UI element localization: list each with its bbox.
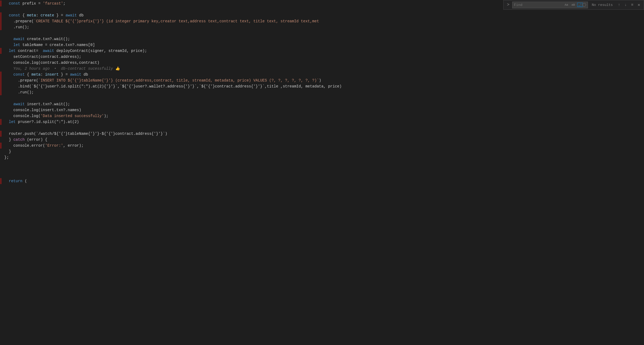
code-line: .prepare(`CREATE TABLE ${'{'}prefix{'}'}… xyxy=(0,18,644,24)
code-line: .run(); xyxy=(0,89,644,95)
code-line: .run(); xyxy=(0,24,644,30)
code-line: router.push(`/watch/${'{'}tableName{'}'}… xyxy=(0,131,644,137)
code-line: let contract= await deployContract(signe… xyxy=(0,48,644,54)
line-content: .run(); xyxy=(2,89,644,95)
code-line: You, 2 hours ago • db-contract sucessful… xyxy=(0,66,644,72)
line-content: router.push(`/watch/${'{'}tableName{'}'}… xyxy=(2,131,644,137)
line-content: return ( xyxy=(2,178,644,184)
code-line: return ( xyxy=(0,178,644,184)
code-area: > Aa aB .* ⃝ No results ↑ ↓ ≡ ✕ const pr… xyxy=(0,0,644,345)
code-line: console.log(contract.address,contract) xyxy=(0,60,644,66)
code-line: .bind(`${'{'}user?.id.split(":").at(2){'… xyxy=(0,83,644,89)
line-content: console.error('Error:', error); xyxy=(2,143,644,149)
line-content: let contract= await deployContract(signe… xyxy=(2,48,644,54)
find-prev-button[interactable]: ↑ xyxy=(617,2,621,8)
code-line: console.log('Data inserted successfully'… xyxy=(0,113,644,119)
line-content: console.log('Data inserted successfully'… xyxy=(2,113,644,119)
find-input-wrapper: Aa aB .* ⃝ xyxy=(512,2,588,8)
line-content: setContract(contract.address); xyxy=(2,54,644,60)
match-whole-word-button[interactable]: aB xyxy=(570,3,576,7)
line-content: .run(); xyxy=(2,24,644,30)
line-content xyxy=(2,30,644,36)
code-lines: const prefix = 'farcast'; const { meta: … xyxy=(0,0,644,184)
find-widget: > Aa aB .* ⃝ No results ↑ ↓ ≡ ✕ xyxy=(503,0,644,10)
code-line xyxy=(0,166,644,172)
code-line xyxy=(0,30,644,36)
line-content: await create.txn?.wait(); xyxy=(2,36,644,42)
line-content: } catch (error) { xyxy=(2,137,644,143)
line-content xyxy=(2,172,644,178)
find-next-button[interactable]: ↓ xyxy=(623,2,628,8)
code-line: await create.txn?.wait(); xyxy=(0,36,644,42)
code-line: }; xyxy=(0,154,644,160)
line-content xyxy=(2,95,644,101)
find-option-extra[interactable]: ⃝ xyxy=(584,2,586,8)
line-content: .bind(`${'{'}user?.id.split(":").at(2){'… xyxy=(2,83,644,89)
line-content: let p=user?.id.split(":").at(2) xyxy=(2,119,644,125)
line-content: console.log(contract.address,contract) xyxy=(2,60,644,66)
line-content xyxy=(2,160,644,166)
line-content: } xyxy=(2,149,644,154)
use-regex-button[interactable]: .* xyxy=(577,3,583,7)
editor-container: > Aa aB .* ⃝ No results ↑ ↓ ≡ ✕ const pr… xyxy=(0,0,644,345)
line-content: await insert.txn?.wait(); xyxy=(2,101,644,107)
line-content xyxy=(2,166,644,172)
line-content: }; xyxy=(2,154,644,160)
code-line: const { meta: create } = await db xyxy=(0,12,644,18)
find-more-options-button[interactable]: ≡ xyxy=(630,2,635,8)
line-content: const { meta: insert } = await db xyxy=(2,72,644,78)
find-close-button[interactable]: ✕ xyxy=(636,2,642,8)
line-content xyxy=(2,125,644,131)
match-case-button[interactable]: Aa xyxy=(564,3,569,7)
code-line: let p=user?.id.split(":").at(2) xyxy=(0,119,644,125)
code-line: const { meta: insert } = await db xyxy=(0,72,644,78)
code-line xyxy=(0,172,644,178)
code-line xyxy=(0,160,644,166)
code-line: setContract(contract.address); xyxy=(0,54,644,60)
line-content: .prepare(`INSERT INTO ${'{'}tableName{'}… xyxy=(2,78,644,83)
code-line: } xyxy=(0,149,644,154)
code-line: .prepare(`INSERT INTO ${'{'}tableName{'}… xyxy=(0,78,644,83)
no-results-label: No results xyxy=(590,3,615,7)
find-expand-arrow[interactable]: > xyxy=(506,2,511,8)
line-content: const { meta: create } = await db xyxy=(2,12,644,18)
line-content: .prepare(`CREATE TABLE ${'{'}prefix{'}'}… xyxy=(2,18,644,24)
code-line xyxy=(0,95,644,101)
code-line: await insert.txn?.wait(); xyxy=(0,101,644,107)
code-line: console.log(insert.txn?.names) xyxy=(0,107,644,113)
find-input[interactable] xyxy=(514,3,563,7)
code-line: console.error('Error:', error); xyxy=(0,143,644,149)
code-line: let tableName = create.txn?.names[0] xyxy=(0,42,644,48)
code-line: } catch (error) { xyxy=(0,137,644,143)
code-line xyxy=(0,125,644,131)
line-content: let tableName = create.txn?.names[0] xyxy=(2,42,644,48)
line-content: You, 2 hours ago • db-contract sucessful… xyxy=(2,66,644,72)
line-content: console.log(insert.txn?.names) xyxy=(2,107,644,113)
